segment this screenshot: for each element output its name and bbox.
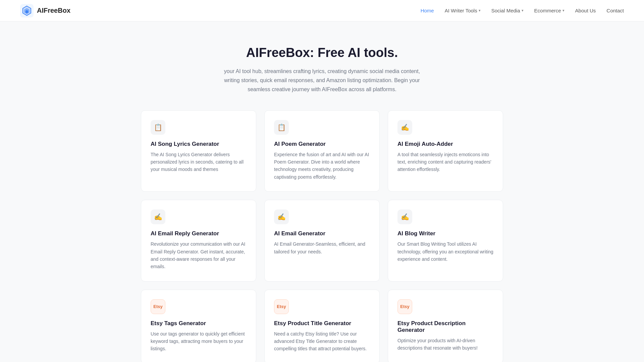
card-title: AI Email Generator (274, 230, 370, 237)
card-title: AI Emoji Auto-Adder (397, 141, 493, 147)
hero-description: your AI tool hub, streamlines crafting l… (221, 67, 423, 94)
nav-label-ai-writer: AI Writer Tools (445, 8, 477, 13)
card-item[interactable]: ✍️ AI Email Generator AI Email Generator… (264, 200, 380, 282)
card-title: Etsy Product Description Generator (397, 320, 493, 334)
nav-item-ai-writer[interactable]: AI Writer Tools ▾ (445, 8, 481, 13)
card-icon: 📋 (274, 120, 289, 135)
card-description: A tool that seamlessly injects emoticons… (397, 151, 493, 173)
card-icon: Etsy (274, 299, 289, 314)
card-icon: ✍️ (151, 209, 165, 224)
card-item[interactable]: ✍️ AI Email Reply Generator Revolutioniz… (141, 200, 256, 282)
nav-link-social[interactable]: Social Media ▾ (491, 8, 524, 13)
nav-label-social: Social Media (491, 8, 520, 13)
card-title: Etsy Tags Generator (151, 320, 247, 327)
chevron-down-icon-3: ▾ (562, 8, 565, 13)
card-description: Our Smart Blog Writing Tool utilizes AI … (397, 240, 493, 263)
nav-link-ecommerce[interactable]: Ecommerce ▾ (534, 8, 565, 13)
card-item[interactable]: Etsy Etsy Tags Generator Use our tags ge… (141, 290, 256, 362)
card-icon: Etsy (397, 299, 412, 314)
brand-logo-icon (20, 4, 34, 17)
card-item[interactable]: ✍️ AI Emoji Auto-Adder A tool that seaml… (388, 110, 503, 192)
hero-section: AIFreeBox: Free AI tools. your AI tool h… (0, 21, 644, 110)
nav-item-contact[interactable]: Contact (606, 8, 624, 13)
card-title: AI Song Lyrics Generator (151, 141, 247, 147)
nav-item-social[interactable]: Social Media ▾ (491, 8, 524, 13)
chevron-down-icon: ▾ (479, 8, 481, 13)
nav-item-about[interactable]: About Us (575, 8, 596, 13)
chevron-down-icon-2: ▾ (522, 8, 524, 13)
card-description: Revolutionize your communication with ou… (151, 240, 247, 270)
card-item[interactable]: ✍️ AI Blog Writer Our Smart Blog Writing… (388, 200, 503, 282)
nav-item-ecommerce[interactable]: Ecommerce ▾ (534, 8, 565, 13)
nav-link-ai-writer[interactable]: AI Writer Tools ▾ (445, 8, 481, 13)
card-title: AI Poem Generator (274, 141, 370, 147)
card-description: Need a catchy Etsy listing title? Use ou… (274, 330, 370, 353)
card-description: AI Email Generator-Seamless, efficient, … (274, 240, 370, 255)
card-icon: 📋 (151, 120, 165, 135)
card-icon: Etsy (151, 299, 165, 314)
hero-title: AIFreeBox: Free AI tools. (7, 46, 637, 60)
nav-link-home[interactable]: Home (421, 8, 434, 13)
cards-section: 📋 AI Song Lyrics Generator The AI Song L… (121, 110, 523, 362)
nav-label-home: Home (421, 8, 434, 13)
card-item[interactable]: Etsy Etsy Product Description Generator … (388, 290, 503, 362)
card-item[interactable]: 📋 AI Poem Generator Experience the fusio… (264, 110, 380, 192)
card-description: Experience the fusion of art and AI with… (274, 151, 370, 181)
nav-link-contact[interactable]: Contact (606, 8, 624, 13)
card-icon: ✍️ (397, 120, 412, 135)
cards-grid: 📋 AI Song Lyrics Generator The AI Song L… (141, 110, 503, 362)
nav-item-home[interactable]: Home (421, 8, 434, 13)
brand-link[interactable]: AIFreeBox (20, 4, 70, 17)
card-description: Use our tags generator to quickly get ef… (151, 330, 247, 353)
card-description: Optimize your products with AI-driven de… (397, 337, 493, 352)
card-title: AI Email Reply Generator (151, 230, 247, 237)
card-title: Etsy Product Title Generator (274, 320, 370, 327)
card-description: The AI Song Lyrics Generator delivers pe… (151, 151, 247, 173)
nav-link-about[interactable]: About Us (575, 8, 596, 13)
brand-name: AIFreeBox (37, 7, 70, 14)
card-title: AI Blog Writer (397, 230, 493, 237)
card-item[interactable]: 📋 AI Song Lyrics Generator The AI Song L… (141, 110, 256, 192)
card-icon: ✍️ (274, 209, 289, 224)
nav-menu: Home AI Writer Tools ▾ Social Media ▾ Ec… (421, 8, 624, 13)
nav-label-about: About Us (575, 8, 596, 13)
card-item[interactable]: Etsy Etsy Product Title Generator Need a… (264, 290, 380, 362)
nav-label-contact: Contact (606, 8, 624, 13)
navbar: AIFreeBox Home AI Writer Tools ▾ Social … (0, 0, 644, 21)
card-icon: ✍️ (397, 209, 412, 224)
nav-label-ecommerce: Ecommerce (534, 8, 561, 13)
